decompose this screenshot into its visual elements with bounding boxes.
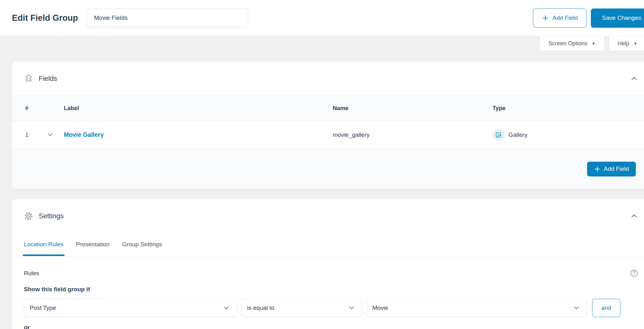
screen-meta-tabs: Screen Options ▼ Help ▼ <box>0 36 644 51</box>
caret-down-icon: ▼ <box>633 41 637 46</box>
tab-group-settings[interactable]: Group Settings <box>122 233 162 256</box>
chevron-down-icon[interactable] <box>47 131 64 138</box>
rule-param-value: Post Type <box>30 304 56 311</box>
column-header-name: Name <box>333 105 492 112</box>
column-header-order: # <box>25 105 47 112</box>
add-field-button-top[interactable]: Add Field <box>533 8 586 28</box>
rule-operator-select[interactable]: is equal to <box>242 299 362 317</box>
add-and-rule-button[interactable]: and <box>592 299 620 317</box>
help-circle-icon[interactable] <box>630 269 638 277</box>
collapse-settings-icon[interactable] <box>630 212 638 220</box>
tab-location-rules[interactable]: Location Rules <box>24 233 64 256</box>
puzzle-icon <box>24 74 33 83</box>
rules-heading: Rules <box>24 270 39 277</box>
fields-panel-footer: Add Field <box>12 148 644 189</box>
help-toggle[interactable]: Help ▼ <box>609 36 644 51</box>
field-group-title-input[interactable] <box>87 8 248 28</box>
chevron-down-icon <box>573 304 580 312</box>
fields-panel-title: Fields <box>39 75 57 83</box>
top-bar: Edit Field Group Add Field Save Changes <box>0 0 644 36</box>
fields-panel-header: Fields <box>12 62 644 95</box>
save-changes-label: Save Changes <box>602 14 641 21</box>
rule-value: Movie <box>372 304 388 311</box>
field-name: movie_gallery <box>333 131 492 138</box>
location-rule-row: Post Type is equal to Movie and <box>24 299 638 317</box>
add-field-label: Add Field <box>604 165 629 172</box>
save-changes-button[interactable]: Save Changes <box>591 8 644 28</box>
field-type-label: Gallery <box>508 131 527 138</box>
settings-tabs: Location Rules Presentation Group Settin… <box>12 233 644 256</box>
screen-options-label: Screen Options <box>548 40 587 47</box>
settings-panel: Settings Location Rules Presentation Gro… <box>12 199 644 329</box>
gear-icon <box>24 211 33 221</box>
rule-operator-value: is equal to <box>247 304 275 311</box>
location-rules-content: Rules Show this field group if Post Type… <box>12 256 644 329</box>
fields-table-header: # Label Name Type <box>12 95 644 121</box>
add-field-button-bottom[interactable]: Add Field <box>587 162 636 176</box>
field-label-link[interactable]: Movie Gallery <box>64 131 104 138</box>
screen-options-toggle[interactable]: Screen Options ▼ <box>540 36 604 51</box>
chevron-down-icon <box>348 304 355 312</box>
column-header-type: Type <box>492 105 644 112</box>
table-row: 1 Movie Gallery movie_gallery Gallery <box>12 121 644 148</box>
tab-presentation[interactable]: Presentation <box>76 233 110 256</box>
chevron-down-icon <box>223 304 230 312</box>
field-order: 1 <box>25 131 47 138</box>
column-header-label: Label <box>64 105 333 112</box>
page-title: Edit Field Group <box>12 13 78 23</box>
top-actions: Add Field Save Changes <box>533 8 644 28</box>
help-label: Help <box>618 40 629 47</box>
settings-panel-title: Settings <box>39 212 64 220</box>
or-label: or <box>24 324 638 329</box>
rule-param-select[interactable]: Post Type <box>24 299 237 317</box>
settings-panel-header: Settings <box>12 199 644 233</box>
plus-icon <box>542 14 549 22</box>
caret-down-icon: ▼ <box>591 41 596 46</box>
rule-value-select[interactable]: Movie <box>367 299 587 317</box>
plus-icon <box>594 166 601 172</box>
gallery-image-icon <box>492 129 504 141</box>
fields-panel: Fields # Label Name Type 1 Movie Gallery… <box>12 62 644 189</box>
add-field-label: Add Field <box>552 14 578 21</box>
condition-heading: Show this field group if <box>24 286 638 293</box>
collapse-fields-icon[interactable] <box>630 74 638 83</box>
